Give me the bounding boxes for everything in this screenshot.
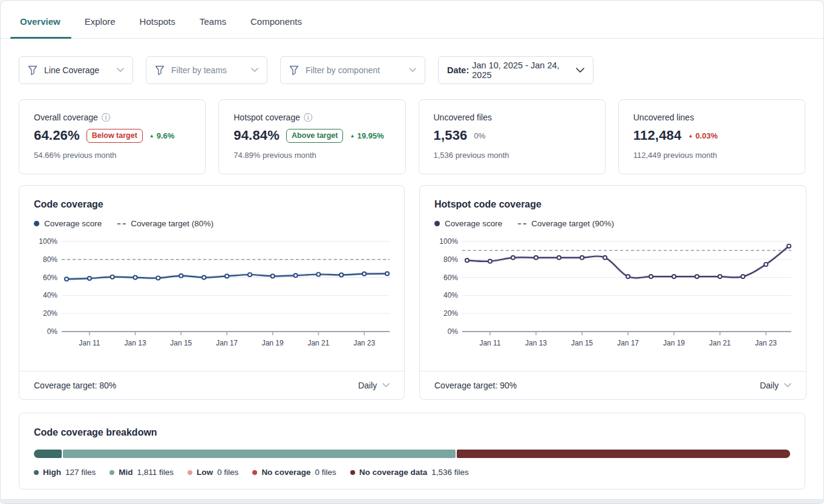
uncovered-lines-label: Uncovered lines [633, 113, 694, 122]
svg-text:100%: 100% [39, 237, 57, 246]
coverage-target-dash-icon [518, 223, 526, 224]
code-coverage-chart-card: Code coverage Coverage score Coverage ta… [19, 185, 405, 400]
uncovered-lines-value: 112,484 [633, 128, 682, 143]
date-filter-label: Date: [447, 65, 469, 75]
chevron-down-icon [251, 68, 258, 73]
coverage-target-text: Coverage target: 80% [34, 381, 116, 390]
overall-coverage-label: Overall coverage [34, 113, 98, 122]
chevron-down-icon [382, 383, 390, 388]
interval-dropdown[interactable]: Daily [760, 381, 791, 390]
code-coverage-footer: Coverage target: 80% Daily [19, 371, 404, 399]
breakdown-segment-no-coverage-data [457, 450, 790, 458]
coverage-dashboard: Overview Explore Hotspots Teams Componen… [0, 0, 824, 504]
tab-hotspots[interactable]: Hotspots [139, 16, 177, 38]
bottom-scroll-strip [1, 499, 823, 503]
code-coverage-plot: 0%20%40%60%80%100%Jan 11Jan 13Jan 15Jan … [19, 228, 404, 371]
low-dot-icon [188, 470, 192, 475]
svg-text:Jan 23: Jan 23 [755, 339, 777, 347]
funnel-icon [289, 65, 299, 76]
chevron-down-icon [117, 68, 124, 73]
hotspot-coverage-value: 94.84% [234, 128, 280, 143]
info-icon[interactable]: ⓘ [304, 113, 312, 122]
chevron-down-icon [409, 68, 416, 73]
coverage-target-dash-icon [117, 223, 126, 224]
svg-text:Jan 19: Jan 19 [262, 339, 284, 347]
hotspot-coverage-plot: 0%20%40%60%80%100%Jan 11Jan 13Jan 15Jan … [420, 228, 806, 371]
filter-row: Line Coverage Filter by teams Filter by … [1, 39, 823, 84]
hotspot-coverage-title: Hotspot code coverage [434, 199, 791, 210]
coverage-target-legend-label: Coverage target (80%) [131, 219, 214, 228]
coverage-type-value: Line Coverage [44, 65, 110, 75]
svg-text:100%: 100% [439, 237, 458, 246]
uncovered-lines-previous: 112,449 previous month [633, 151, 790, 160]
legend-item-no-coverage: No coverage0 files [252, 468, 336, 477]
breakdown-segment-high [34, 450, 62, 458]
hotspot-coverage-footer: Coverage target: 90% Daily [420, 371, 806, 399]
svg-text:20%: 20% [43, 309, 57, 318]
uncovered-files-label: Uncovered files [434, 113, 492, 122]
legend-item-no-coverage-data: No coverage data1,536 files [350, 468, 469, 477]
tab-teams[interactable]: Teams [198, 16, 227, 38]
svg-text:0%: 0% [448, 327, 459, 336]
legend-item-high: High127 files [34, 468, 96, 477]
tab-components[interactable]: Components [249, 16, 303, 38]
component-filter[interactable]: Filter by component [280, 56, 425, 84]
code-coverage-title: Code coverage [34, 199, 390, 210]
legend-item-low: Low0 files [188, 468, 238, 477]
breakdown-segment-mid [63, 450, 456, 458]
high-dot-icon [34, 470, 39, 475]
chevron-down-icon [784, 383, 791, 388]
svg-text:Jan 11: Jan 11 [479, 339, 500, 347]
no-coverage-dot-icon [252, 470, 257, 475]
svg-text:40%: 40% [443, 291, 458, 299]
svg-text:60%: 60% [443, 273, 458, 282]
up-arrow-icon: ▲ [350, 133, 355, 139]
coverage-score-dot-icon [434, 221, 440, 226]
info-icon[interactable]: ⓘ [102, 113, 110, 122]
overall-coverage-value: 64.26% [34, 128, 80, 143]
hotspot-coverage-previous: 74.89% previous month [234, 151, 390, 160]
svg-text:Jan 15: Jan 15 [170, 339, 192, 347]
uncovered-files-value: 1,536 [434, 128, 468, 143]
hotspot-coverage-card: Hotspot coverage ⓘ 94.84% Above target ▲… [218, 99, 405, 174]
date-range-filter[interactable]: Date: Jan 10, 2025 - Jan 24, 2025 [438, 56, 593, 84]
breakdown-stacked-bar [34, 450, 790, 458]
hotspot-coverage-delta: ▲ 19.95% [350, 131, 384, 140]
no-coverage-data-dot-icon [350, 470, 355, 475]
overall-coverage-delta: ▲ 9.6% [149, 131, 175, 140]
mid-dot-icon [110, 470, 114, 475]
svg-text:Jan 17: Jan 17 [617, 339, 639, 347]
uncovered-lines-card: Uncovered lines 112,484 ▲ 0.03% 112,449 … [618, 99, 805, 174]
svg-text:Jan 21: Jan 21 [307, 339, 329, 347]
overall-coverage-card: Overall coverage ⓘ 64.26% Below target ▲… [19, 99, 206, 174]
uncovered-files-card: Uncovered files 1,536 0% 1,536 previous … [419, 99, 606, 174]
date-filter-value: Jan 10, 2025 - Jan 24, 2025 [472, 61, 569, 80]
chart-row: Code coverage Coverage score Coverage ta… [1, 174, 823, 400]
coverage-score-legend-label: Coverage score [44, 219, 102, 228]
tab-overview[interactable]: Overview [19, 16, 62, 38]
above-target-badge: Above target [286, 129, 343, 143]
up-arrow-icon: ▲ [149, 133, 154, 139]
funnel-icon [28, 65, 38, 76]
tab-explore[interactable]: Explore [83, 16, 117, 38]
coverage-breakdown-card: Code coverage breakdown High127 files Mi… [19, 413, 805, 489]
hotspot-coverage-label: Hotspot coverage [234, 113, 300, 122]
breakdown-title: Code coverage breakdown [34, 427, 790, 438]
svg-text:60%: 60% [43, 273, 57, 282]
teams-filter[interactable]: Filter by teams [146, 56, 267, 84]
code-coverage-legend: Coverage score Coverage target (80%) [34, 219, 390, 228]
svg-text:Jan 13: Jan 13 [525, 339, 547, 347]
up-arrow-icon: ▲ [688, 133, 693, 139]
hotspot-coverage-chart-card: Hotspot code coverage Coverage score Cov… [419, 185, 806, 400]
svg-text:Jan 21: Jan 21 [709, 339, 731, 347]
teams-filter-placeholder: Filter by teams [171, 65, 244, 75]
uncovered-lines-delta: ▲ 0.03% [688, 131, 718, 140]
svg-text:Jan 23: Jan 23 [353, 339, 375, 347]
coverage-type-filter[interactable]: Line Coverage [19, 56, 133, 84]
svg-text:40%: 40% [43, 291, 57, 299]
breakdown-legend: High127 files Mid1,811 files Low0 files … [34, 468, 790, 477]
svg-text:20%: 20% [443, 309, 458, 318]
svg-text:80%: 80% [43, 255, 57, 264]
svg-text:Jan 17: Jan 17 [216, 339, 238, 347]
interval-dropdown[interactable]: Daily [358, 381, 390, 390]
